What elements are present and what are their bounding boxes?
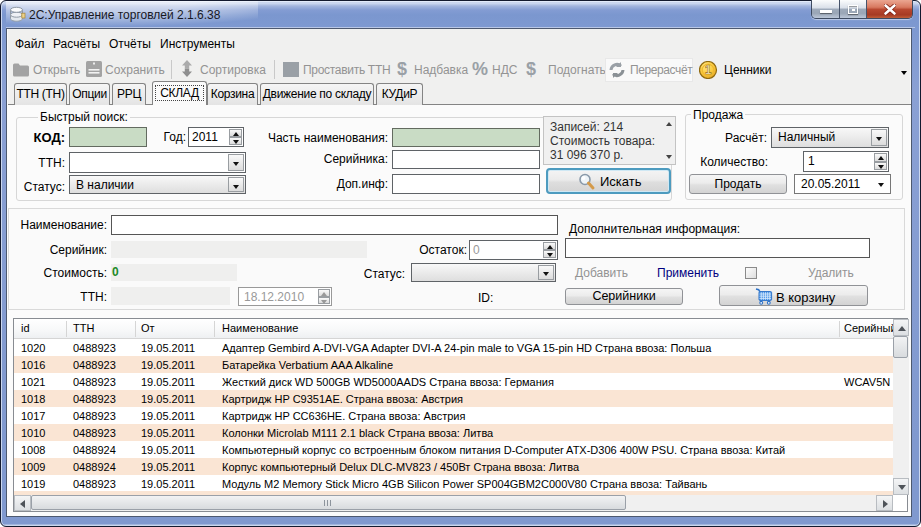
svg-text:1: 1 <box>705 63 712 77</box>
